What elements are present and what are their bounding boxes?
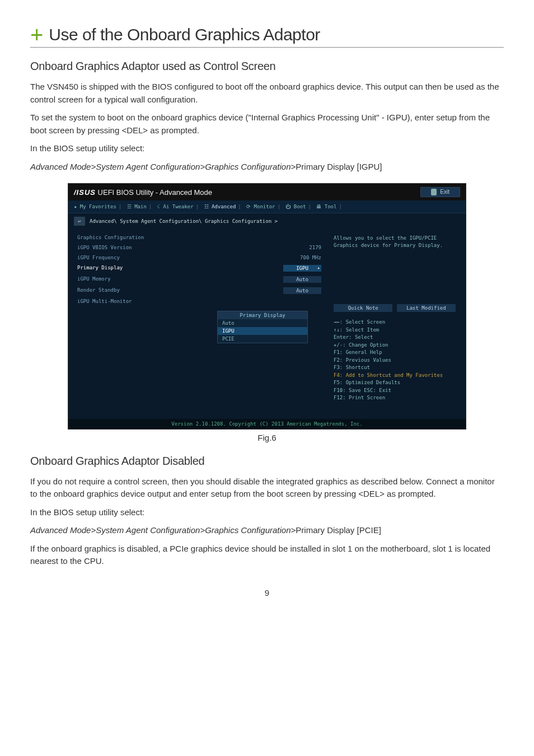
bios-title-text: /ISUS UEFI BIOS Utility - Advanced Mode (74, 188, 212, 197)
row-igpu-frequency: iGPU Frequency700 MHz (77, 253, 321, 263)
key-line: F1: General Help (334, 349, 456, 357)
tab-advanced[interactable]: ☷ Advanced (204, 204, 236, 209)
paragraph: To set the system to boot on the onboard… (30, 111, 504, 137)
bios-path-tail: Primary Display [IGPU] (296, 162, 382, 171)
paragraph: The VSN450 is shipped with the BIOS conf… (30, 81, 504, 106)
key-line: ↑↓: Select Item (334, 326, 456, 334)
bios-path-italic: Advanced Mode>System Agent Configuration… (30, 162, 296, 171)
bios-breadcrumb: ↩ Advanced\ System Agent Configuration\ … (68, 213, 466, 229)
key-line: F4: Add to Shortcut and My Favorites (334, 372, 456, 380)
subheading-disabled: Onboard Graphics Adaptor Disabled (30, 455, 504, 468)
row-vbios-version: iGPU VBIOS Version2179 (77, 242, 321, 253)
tab-main[interactable]: ☰ Main (127, 204, 147, 209)
label: iGPU Frequency (77, 255, 120, 260)
bios-path-tail: Primary Display [PCIE] (296, 525, 381, 535)
key-line: +/-: Change Option (334, 342, 456, 349)
section-heading-row: + Use of the Onboard Graphics Adaptor (30, 24, 504, 48)
label: iGPU VBIOS Version (77, 245, 132, 250)
bios-right-pane: Allows you to select the IGPU/PCIE Graph… (328, 229, 466, 419)
row-graphics-configuration: Graphics Configuration (77, 232, 321, 242)
subheading-control-screen: Onboard Graphics Adaptor used as Control… (30, 60, 504, 73)
tab-tool-label: Tool (325, 204, 337, 209)
figure-6: /ISUS UEFI BIOS Utility - Advanced Mode … (30, 183, 504, 430)
tab-ai-label: Ai Tweaker (163, 204, 194, 209)
tab-boot-label: Boot (294, 204, 306, 209)
key-line: →←: Select Screen (334, 319, 456, 326)
bios-body: Graphics Configuration iGPU VBIOS Versio… (68, 229, 466, 419)
quick-buttons: Quick Note Last Modified (330, 302, 459, 314)
paragraph: If you do not require a control screen, … (30, 475, 504, 501)
key-help: →←: Select Screen ↑↓: Select Item Enter:… (330, 314, 459, 413)
tab-ai-tweaker[interactable]: ☾ Ai Tweaker (157, 204, 194, 209)
key-line: F3: Shortcut (334, 364, 456, 372)
value-pill[interactable]: IGPU (283, 265, 321, 272)
tab-boot[interactable]: ⏻ Boot (285, 204, 306, 209)
bios-left-pane: Graphics Configuration iGPU VBIOS Versio… (68, 229, 328, 419)
page-number: 9 (30, 588, 504, 598)
row-primary-display[interactable]: Primary DisplayIGPU (77, 263, 321, 274)
paragraph: In the BIOS setup utility select: (30, 142, 504, 155)
figure-label: Fig.6 (30, 433, 504, 442)
value-pill[interactable]: Auto (283, 287, 321, 294)
plus-icon: + (30, 24, 43, 46)
tab-monitor-label: Monitor (254, 204, 275, 209)
paragraph: If the onboard graphics is disabled, a P… (30, 543, 504, 568)
dropdown-option-auto[interactable]: Auto (218, 319, 307, 327)
dropdown-option-igpu[interactable]: IGPU (218, 327, 307, 335)
exit-button[interactable]: Exit (420, 187, 460, 197)
key-line: F5: Optimized Defaults (334, 379, 456, 387)
label: Graphics Configuration (77, 235, 144, 240)
asus-logo: /ISUS (74, 188, 96, 197)
key-line: F2: Previous Values (334, 357, 456, 365)
bios-screenshot: /ISUS UEFI BIOS Utility - Advanced Mode … (68, 183, 466, 430)
tab-main-label: Main (134, 204, 147, 209)
row-igpu-memory[interactable]: iGPU MemoryAuto (77, 274, 321, 285)
key-line: Enter: Select (334, 334, 456, 342)
tab-my-favorites[interactable]: ★ My Favorites (74, 204, 116, 209)
row-igpu-multi-monitor[interactable]: iGPU Multi-Monitor (77, 296, 321, 306)
paragraph: In the BIOS setup utility select: (30, 506, 504, 519)
key-line: F10: Save ESC: Exit (334, 387, 456, 395)
dropdown-option-pcie[interactable]: PCIE (218, 335, 307, 343)
last-modified-button[interactable]: Last Modified (397, 304, 456, 312)
back-icon[interactable]: ↩ (74, 217, 85, 226)
dropdown-title: Primary Display (218, 311, 307, 319)
label: Primary Display (77, 265, 123, 272)
help-text: Allows you to select the IGPU/PCIE Graph… (330, 232, 459, 302)
tab-monitor[interactable]: ⟳ Monitor (246, 204, 275, 209)
exit-label: Exit (440, 189, 449, 195)
bios-path-italic: Advanced Mode>System Agent Configuration… (30, 525, 296, 535)
bios-path: Advanced Mode>System Agent Configuration… (30, 161, 504, 174)
value: 700 MHz (300, 255, 321, 260)
breadcrumb-text: Advanced\ System Agent Configuration\ Gr… (90, 218, 278, 224)
value-pill[interactable]: Auto (283, 276, 321, 283)
bios-tab-bar: ★ My Favorites| ☰ Main| ☾ Ai Tweaker| ☷ … (68, 200, 466, 213)
key-line: F12: Print Screen (334, 394, 456, 402)
label: iGPU Multi-Monitor (77, 298, 132, 304)
label: Render Standby (77, 287, 120, 294)
bios-mode-label: UEFI BIOS Utility - Advanced Mode (96, 188, 212, 197)
quick-note-button[interactable]: Quick Note (334, 304, 392, 312)
bios-titlebar: /ISUS UEFI BIOS Utility - Advanced Mode … (68, 184, 466, 200)
bios-footer: Version 2.10.1208. Copyright (C) 2013 Am… (68, 419, 466, 429)
section-heading: Use of the Onboard Graphics Adaptor (49, 25, 320, 44)
bios-path: Advanced Mode>System Agent Configuration… (30, 524, 504, 537)
tab-advanced-label: Advanced (212, 204, 236, 209)
primary-display-dropdown[interactable]: Primary Display Auto IGPU PCIE (217, 311, 308, 343)
mouse-icon (431, 189, 437, 195)
row-render-standby[interactable]: Render StandbyAuto (77, 285, 321, 296)
tab-tool[interactable]: 🖶 Tool (316, 204, 336, 209)
label: iGPU Memory (77, 276, 111, 283)
value: 2179 (309, 245, 321, 250)
